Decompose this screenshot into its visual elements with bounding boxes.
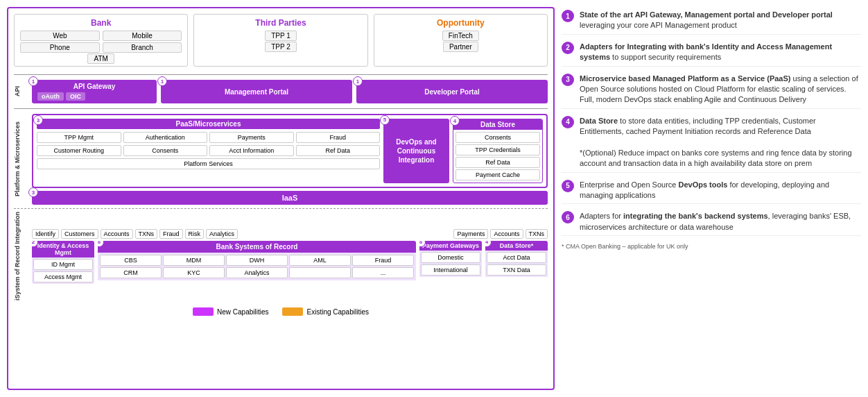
opportunity-items: FinTech Partner bbox=[380, 31, 541, 52]
platform-content: 3 PaaS/Microservices TPP Mgmt Authentica… bbox=[32, 114, 548, 205]
tag-fraud: Fraud bbox=[159, 229, 183, 239]
developer-portal-title: Developer Portal bbox=[424, 88, 479, 96]
data-store-box: 4 Data Store Consents TPP Credentials Re… bbox=[453, 119, 543, 183]
partner: Partner bbox=[443, 42, 478, 52]
legend-new: New Capabilities bbox=[193, 307, 268, 316]
ds-ref-data: Ref Data bbox=[455, 157, 540, 168]
legend: New Capabilities Existing Capabilities bbox=[14, 307, 548, 316]
right-item-2: 2 Adapters for Integrating with bank's I… bbox=[562, 39, 861, 67]
paas-fraud: Fraud bbox=[296, 132, 381, 143]
bank-systems-grid: CBS MDM DWH AML Fraud CRM KYC Analytics … bbox=[98, 253, 416, 280]
management-portal-title: Management Portal bbox=[225, 88, 288, 96]
platform-data-store: 4 Data Store Consents TPP Credentials Re… bbox=[453, 119, 543, 183]
api-gateway-title: API Gateway bbox=[37, 83, 151, 90]
bank-grid: Web Mobile Phone Branch bbox=[20, 31, 182, 53]
right-text-4: Data Store to store data entities, inclu… bbox=[580, 116, 861, 169]
data-store2-title: 4 Data Store* bbox=[485, 241, 548, 251]
ds-payment-cache: Payment Cache bbox=[455, 169, 540, 180]
third-parties-title: Third Parties bbox=[200, 18, 361, 28]
bank-branch: Branch bbox=[103, 42, 182, 53]
tag-identify: Identify bbox=[32, 229, 59, 239]
isystem-left-tags: Identify Customers Accounts TXNs Fraud R… bbox=[32, 229, 238, 239]
third-parties-items: TPP 1 TPP 2 bbox=[200, 31, 361, 52]
tag-txns2: TXNs bbox=[526, 229, 548, 239]
platform-label: Platform & Microservices bbox=[14, 121, 29, 196]
platform-row-wrapper: Platform & Microservices 3 PaaS/Microser… bbox=[14, 114, 548, 205]
identity-title: 2 Identity & Access Mgmt bbox=[32, 241, 94, 257]
paas-section: 3 PaaS/Microservices TPP Mgmt Authentica… bbox=[37, 119, 380, 183]
right-panel: 1 State of the art API Gateway, Manageme… bbox=[562, 7, 861, 390]
isystem-top-tags: Identify Customers Accounts TXNs Fraud R… bbox=[32, 229, 548, 239]
legend-existing: Existing Capabilities bbox=[282, 307, 369, 316]
opportunity-title: Opportunity bbox=[380, 18, 541, 28]
tag-customers: Customers bbox=[61, 229, 98, 239]
paas-customer-routing: Customer Routing bbox=[37, 145, 121, 156]
bank-atm: ATM bbox=[87, 53, 114, 64]
fintech: FinTech bbox=[442, 31, 479, 41]
tag-txns: TXNs bbox=[135, 229, 158, 239]
right-item-1: 1 State of the art API Gateway, Manageme… bbox=[562, 7, 861, 35]
iaas-row: 3 IaaS bbox=[32, 191, 548, 205]
paas-grid-row1: TPP Mgmt Authentication Payments Fraud C… bbox=[37, 132, 380, 156]
legend-new-label: New Capabilities bbox=[217, 308, 268, 316]
payment-international: International bbox=[421, 264, 480, 276]
ds2-txn: TXN Data bbox=[487, 264, 546, 276]
legend-existing-color bbox=[282, 307, 303, 316]
bank-dwh: DWH bbox=[226, 255, 288, 266]
bank-web: Web bbox=[20, 31, 100, 41]
bank-analytics: Analytics bbox=[226, 267, 288, 278]
payment-domestic: Domestic bbox=[421, 252, 480, 263]
right-item-4: 4 Data Store to store data entities, inc… bbox=[562, 113, 861, 173]
id-mgmt: ID Mgmt bbox=[33, 259, 93, 270]
identity-cells: ID Mgmt Access Mgmt bbox=[32, 257, 94, 284]
bank-cbs: CBS bbox=[100, 255, 162, 266]
bank-aml: AML bbox=[289, 255, 351, 266]
right-badge-2: 2 bbox=[562, 42, 574, 54]
legend-existing-label: Existing Capabilities bbox=[306, 308, 369, 316]
developer-portal-badge: 1 bbox=[353, 76, 363, 86]
bank-kyc: KYC bbox=[163, 267, 225, 278]
legend-new-color bbox=[193, 307, 214, 316]
right-text-3: Microservice based Managed Platform as a… bbox=[580, 74, 861, 105]
bank-mdm: MDM bbox=[163, 255, 225, 266]
isystem-label: iSystem of Record Integration bbox=[14, 212, 29, 301]
tpp2: TPP 2 bbox=[265, 42, 297, 52]
isystem-row: iSystem of Record Integration Identify C… bbox=[14, 208, 548, 301]
developer-portal-box: 1 Developer Portal bbox=[356, 80, 548, 103]
right-badge-1: 1 bbox=[562, 10, 574, 22]
right-item-3: 3 Microservice based Managed Platform as… bbox=[562, 71, 861, 109]
right-text-6: Adapters for integrating the bank's back… bbox=[580, 211, 861, 233]
oauth-tag: oAuth bbox=[37, 92, 64, 101]
identity-access-box: 2 Identity & Access Mgmt ID Mgmt Access … bbox=[32, 241, 94, 284]
connector1 bbox=[14, 74, 548, 75]
right-badge-5: 5 bbox=[562, 180, 574, 192]
payment-gw-box: 6 Payment Gateways Domestic Internationa… bbox=[419, 241, 482, 284]
devops-box: 5 DevOps and Continuous Integration bbox=[383, 119, 449, 183]
right-badge-3: 3 bbox=[562, 74, 574, 86]
right-text-2: Adapters for Integrating with bank's Ide… bbox=[580, 42, 861, 63]
right-item-6: 6 Adapters for integrating the bank's ba… bbox=[562, 208, 861, 236]
paas-ref-data: Ref Data bbox=[296, 145, 381, 156]
management-portal-box: 1 Management Portal bbox=[161, 80, 352, 103]
right-badge-4: 4 bbox=[562, 116, 574, 128]
opportunity-entity: Opportunity FinTech Partner bbox=[374, 14, 548, 67]
devops-badge: 5 bbox=[380, 115, 390, 125]
payment-gw-title: 6 Payment Gateways bbox=[419, 241, 482, 251]
tag-accounts: Accounts bbox=[101, 229, 133, 239]
isystem-content: Identify Customers Accounts TXNs Fraud R… bbox=[32, 229, 548, 284]
footnote: * CMA Open Banking – applicable for UK o… bbox=[562, 243, 861, 250]
data-store2-badge: 4 bbox=[485, 241, 492, 247]
data-store-title: 4 Data Store bbox=[453, 119, 542, 130]
left-panel: Bank Web Mobile Phone Branch ATM Third P… bbox=[7, 7, 555, 390]
tag-payments: Payments bbox=[453, 229, 488, 239]
ds2-acct: Acct Data bbox=[487, 252, 546, 263]
paas-badge: 3 bbox=[33, 115, 43, 125]
right-badge-6: 6 bbox=[562, 211, 574, 223]
paas-acct-info: Acct Information bbox=[209, 145, 294, 156]
data-store-badge: 4 bbox=[450, 116, 460, 126]
oic-tag: OIC bbox=[66, 92, 85, 101]
top-entities: Bank Web Mobile Phone Branch ATM Third P… bbox=[14, 14, 548, 67]
right-text-1: State of the art API Gateway, Management… bbox=[580, 10, 861, 31]
platform-row: 3 PaaS/Microservices TPP Mgmt Authentica… bbox=[32, 114, 548, 188]
bank-mobile: Mobile bbox=[103, 31, 182, 41]
